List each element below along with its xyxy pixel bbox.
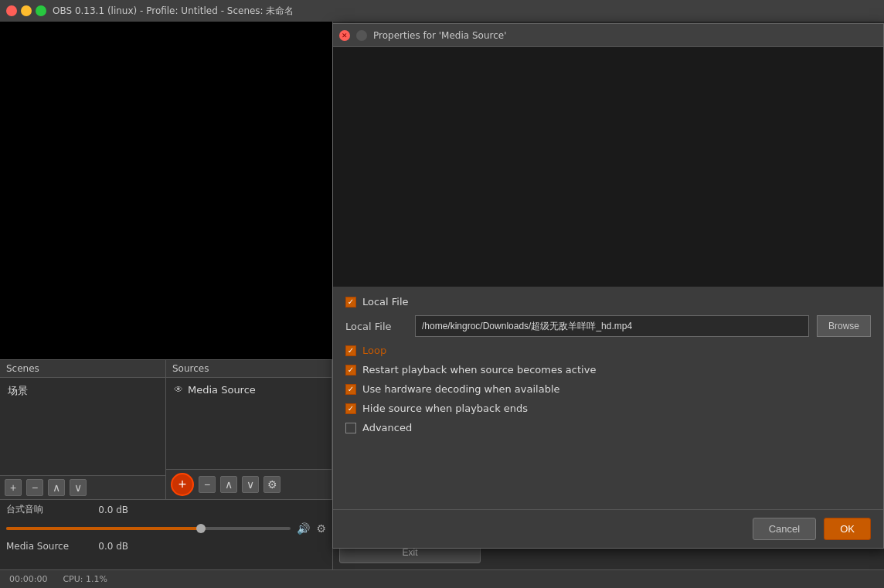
loop-checkbox[interactable]: ✓: [345, 345, 356, 356]
hardware-checkbox-row: ✓ Use hardware decoding when available: [345, 383, 871, 395]
local-file-checkbox[interactable]: ✓: [345, 297, 356, 308]
properties-dialog: ✕ Properties for 'Media Source' ✓ Local …: [332, 23, 884, 549]
sources-panel: Sources 👁 Media Source + − ∧ ∨ ⚙: [166, 360, 332, 499]
status-cpu: CPU: 1.1%: [63, 574, 107, 584]
advanced-label: Advanced: [362, 422, 412, 433]
scenes-toolbar: + − ∧ ∨: [0, 475, 165, 499]
scene-add-button[interactable]: +: [5, 479, 22, 496]
ok-button[interactable]: OK: [824, 518, 871, 540]
status-bar: 00:00:00 CPU: 1.1%: [0, 569, 884, 588]
audio-channel1-db: 0.0 dB: [90, 505, 128, 515]
audio-channel2-label: Media Source: [6, 541, 83, 552]
source-remove-button[interactable]: −: [199, 476, 216, 493]
scene-up-button[interactable]: ∧: [48, 479, 65, 496]
loop-checkbox-row: ✓ Loop: [345, 345, 871, 356]
scenes-sources: Scenes 场景 + − ∧ ∨ Sources: [0, 359, 332, 499]
restart-checkbox[interactable]: ✓: [345, 365, 356, 376]
sources-list: 👁 Media Source: [166, 378, 332, 469]
browse-button[interactable]: Browse: [817, 315, 871, 337]
hide-label: Hide source when playback ends: [362, 403, 528, 414]
sources-toolbar: + − ∧ ∨ ⚙: [166, 469, 332, 499]
advanced-checkbox-row: Advanced: [345, 422, 871, 433]
dialog-footer: Cancel OK: [333, 509, 883, 548]
title-bar: OBS 0.13.1 (linux) - Profile: Untitled -…: [0, 0, 884, 22]
audio-channel-2: Media Source 0.0 dB: [0, 538, 332, 555]
audio-slider-1[interactable]: [6, 527, 291, 530]
sources-header: Sources: [166, 360, 332, 378]
scene-remove-button[interactable]: −: [26, 479, 43, 496]
window-controls: [6, 5, 46, 16]
hide-checkbox-row: ✓ Hide source when playback ends: [345, 403, 871, 414]
scenes-header: Scenes: [0, 360, 165, 378]
maximize-button[interactable]: [36, 5, 46, 16]
dialog-title: Properties for 'Media Source': [373, 30, 506, 41]
audio-channel-1-controls: 🔊 ⚙: [0, 519, 332, 538]
source-item[interactable]: 👁 Media Source: [169, 381, 328, 399]
minimize-button[interactable]: [21, 5, 32, 16]
dialog-body: ✓ Local File Local File Browse ✓ Loop ✓ …: [333, 287, 883, 509]
audio-channel1-label: 台式音响: [6, 503, 83, 516]
scenes-panel: Scenes 场景 + − ∧ ∨: [0, 360, 166, 499]
scene-down-button[interactable]: ∨: [70, 479, 87, 496]
source-down-button[interactable]: ∨: [242, 476, 259, 493]
restart-label: Restart playback when source becomes act…: [362, 364, 596, 376]
source-settings-button[interactable]: ⚙: [264, 476, 280, 493]
eye-icon: 👁: [174, 384, 183, 395]
loop-label: Loop: [362, 345, 386, 356]
dialog-preview: [333, 47, 883, 287]
close-button[interactable]: [6, 5, 17, 16]
hardware-checkbox[interactable]: ✓: [345, 384, 356, 395]
hide-checkbox[interactable]: ✓: [345, 403, 356, 414]
source-add-button[interactable]: +: [171, 473, 194, 496]
scenes-list: 场景: [0, 378, 165, 475]
restart-checkbox-row: ✓ Restart playback when source becomes a…: [345, 364, 871, 376]
audio-channel2-db: 0.0 dB: [90, 541, 128, 552]
source-label: Media Source: [188, 384, 256, 396]
source-up-button[interactable]: ∧: [220, 476, 237, 493]
advanced-checkbox[interactable]: [345, 423, 356, 433]
hardware-label: Use hardware decoding when available: [362, 383, 560, 395]
scene-item[interactable]: 场景: [3, 381, 162, 401]
local-file-checkbox-label: Local File: [362, 296, 409, 308]
scene-label: 场景: [8, 384, 28, 398]
local-file-field-label: Local File: [345, 321, 407, 332]
local-file-path-row: Local File Browse: [345, 315, 871, 337]
preview-canvas: [0, 22, 332, 359]
audio-mixer: 台式音响 0.0 dB 🔊 ⚙ Media Source 0.0 dB: [0, 499, 332, 569]
cancel-button[interactable]: Cancel: [753, 518, 816, 540]
local-file-input[interactable]: [415, 315, 809, 337]
audio-settings-icon-1[interactable]: ⚙: [316, 522, 326, 535]
window-title: OBS 0.13.1 (linux) - Profile: Untitled -…: [53, 5, 294, 18]
left-column: Scenes 场景 + − ∧ ∨ Sources: [0, 22, 332, 569]
local-file-checkbox-row: ✓ Local File: [345, 296, 871, 308]
mute-icon-1[interactable]: 🔊: [297, 522, 310, 535]
audio-channel-1: 台式音响 0.0 dB: [0, 500, 332, 519]
dialog-minimize-button[interactable]: [356, 30, 367, 41]
dialog-close-button[interactable]: ✕: [339, 30, 350, 41]
dialog-titlebar: ✕ Properties for 'Media Source': [333, 24, 883, 47]
status-time: 00:00:00: [9, 574, 47, 584]
